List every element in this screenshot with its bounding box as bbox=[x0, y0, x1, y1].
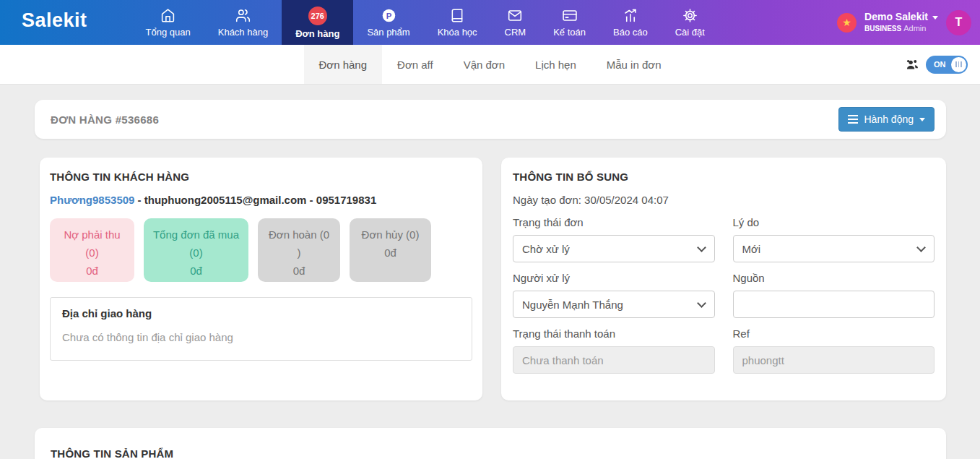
top-navbar: Salekit Tổng quan Khách hàng 276 Đơn hàn… bbox=[0, 0, 980, 45]
nav-item-label: Sản phẩm bbox=[367, 27, 409, 38]
additional-info-card: THÔNG TIN BỔ SUNG Ngày tạo đơn: 30/05/20… bbox=[501, 158, 946, 400]
order-subnav: Đơn hàng Đơn aff Vận đơn Lịch hẹn Mẫu in… bbox=[0, 45, 980, 85]
order-header-card: ĐƠN HÀNG #536686 Hành động bbox=[35, 100, 946, 139]
app-logo[interactable]: Salekit bbox=[0, 0, 95, 45]
source-input[interactable] bbox=[733, 291, 935, 318]
customer-phone: 0951719831 bbox=[316, 194, 376, 206]
account-plan: BUSINESS bbox=[864, 25, 901, 33]
team-icon[interactable] bbox=[905, 58, 920, 72]
stat-returned-orders: Đơn hoàn (0 ) 0đ bbox=[258, 218, 340, 282]
additional-info-title: THÔNG TIN BỔ SUNG bbox=[513, 171, 935, 183]
nav-item-label: Khóa học bbox=[438, 27, 477, 38]
avatar[interactable]: T bbox=[946, 10, 971, 35]
field-label: Trạng thái đơn bbox=[513, 216, 715, 228]
stat-line: 0đ bbox=[264, 262, 334, 280]
toggle-state-label: ON bbox=[934, 60, 946, 69]
order-status-select-wrap: Chờ xử lý bbox=[513, 235, 715, 262]
customer-email: thuphuong2005115@gmail.com bbox=[144, 194, 307, 206]
nav-item-tong-quan[interactable]: Tổng quan bbox=[132, 0, 204, 45]
main-nav: Tổng quan Khách hàng 276 Đơn hàng P Sản … bbox=[132, 0, 719, 45]
chevron-down-icon bbox=[919, 118, 925, 121]
vietnam-flag-icon[interactable]: ★ bbox=[837, 13, 857, 33]
nav-item-label: Kế toán bbox=[553, 27, 586, 38]
nav-item-bao-cao[interactable]: Báo cáo bbox=[599, 0, 662, 45]
svg-text:P: P bbox=[386, 12, 391, 20]
nav-item-label: Khách hàng bbox=[218, 27, 268, 38]
nav-item-label: CRM bbox=[505, 27, 526, 38]
book-icon bbox=[450, 8, 464, 24]
tab-don-aff[interactable]: Đơn aff bbox=[382, 45, 448, 84]
product-info-card: THÔNG TIN SẢN PHẨM bbox=[35, 428, 946, 459]
stat-line: Đơn hủy (0) bbox=[355, 226, 425, 244]
on-off-toggle[interactable]: ON bbox=[926, 56, 968, 74]
actions-button-label: Hành động bbox=[864, 113, 914, 125]
nav-item-crm[interactable]: CRM bbox=[491, 0, 540, 45]
reason-select-wrap: Mới bbox=[733, 235, 935, 262]
account-role: Admin bbox=[903, 24, 926, 33]
account-menu[interactable]: Demo Salekit BUSINESSAdmin bbox=[864, 11, 938, 33]
customer-stats-row: Nợ phải thu (0) 0đ Tổng đơn đã mua (0) 0… bbox=[50, 218, 472, 282]
nav-item-label: Báo cáo bbox=[613, 27, 648, 38]
home-icon bbox=[160, 8, 175, 24]
stat-line: (0) bbox=[56, 244, 129, 262]
tab-van-don[interactable]: Vận đơn bbox=[448, 45, 520, 84]
stat-line: ) bbox=[264, 244, 334, 262]
separator: - bbox=[306, 194, 316, 206]
salekit-order-page: Salekit Tổng quan Khách hàng 276 Đơn hàn… bbox=[0, 0, 980, 459]
stat-line: Đơn hoàn (0 bbox=[264, 226, 334, 244]
navbar-right: ★ Demo Salekit BUSINESSAdmin T bbox=[837, 0, 980, 45]
nav-item-label: Tổng quan bbox=[146, 27, 191, 38]
nav-item-cai-dat[interactable]: Cài đặt bbox=[662, 0, 719, 45]
field-label: Lý do bbox=[733, 216, 935, 228]
shipping-address-empty-text: Chưa có thông tin địa chỉ giao hàng bbox=[62, 331, 460, 343]
avatar-letter: T bbox=[955, 16, 963, 29]
order-count-badge: 276 bbox=[308, 7, 327, 25]
actions-dropdown-button[interactable]: Hành động bbox=[838, 107, 935, 132]
tab-don-hang[interactable]: Đơn hàng bbox=[304, 45, 383, 84]
field-ref: Ref bbox=[733, 320, 935, 374]
shipping-address-box: Địa chỉ giao hàng Chưa có thông tin địa … bbox=[50, 297, 472, 361]
field-source: Nguồn bbox=[733, 265, 935, 318]
nav-item-label: Cài đặt bbox=[675, 27, 705, 38]
field-reason: Lý do Mới bbox=[733, 209, 935, 262]
order-status-select[interactable]: Chờ xử lý bbox=[513, 235, 715, 262]
nav-item-don-hang[interactable]: 276 Đơn hàng bbox=[282, 0, 353, 45]
account-name: Demo Salekit bbox=[864, 11, 928, 24]
field-label: Nguồn bbox=[733, 272, 935, 284]
nav-item-khach-hang[interactable]: Khách hàng bbox=[204, 0, 282, 45]
product-p-icon: P bbox=[381, 8, 396, 24]
stat-line: 0đ bbox=[56, 262, 129, 280]
product-info-title: THÔNG TIN SẢN PHẨM bbox=[51, 447, 930, 459]
stat-line: Nợ phải thu bbox=[56, 226, 129, 244]
tab-mau-in-don[interactable]: Mẫu in đơn bbox=[591, 45, 677, 84]
stat-receivable-debt: Nợ phải thu (0) 0đ bbox=[50, 218, 134, 282]
customer-contact-line: Phương9853509 - thuphuong2005115@gmail.c… bbox=[50, 194, 472, 206]
stat-total-orders: Tổng đơn đã mua (0) 0đ bbox=[144, 218, 248, 282]
handler-select-wrap: Nguyễn Mạnh Thắng bbox=[513, 291, 715, 318]
page-title: ĐƠN HÀNG #536686 bbox=[51, 113, 159, 126]
toggle-knob[interactable] bbox=[951, 57, 966, 72]
stat-line: (0) bbox=[149, 244, 243, 262]
chart-icon bbox=[623, 8, 638, 24]
handler-select[interactable]: Nguyễn Mạnh Thắng bbox=[513, 291, 715, 318]
chevron-down-icon bbox=[932, 16, 938, 20]
page-content: ĐƠN HÀNG #536686 Hành động THÔNG TIN KHÁ… bbox=[0, 85, 980, 459]
payment-status-input bbox=[513, 346, 715, 374]
credit-card-icon bbox=[562, 8, 578, 24]
stat-line: 0đ bbox=[149, 262, 243, 280]
nav-item-khoa-hoc[interactable]: Khóa học bbox=[424, 0, 491, 45]
field-order-status: Trạng thái đơn Chờ xử lý bbox=[513, 209, 715, 262]
subnav-controls: ON bbox=[905, 45, 968, 84]
users-icon bbox=[235, 8, 251, 24]
customer-name-link[interactable]: Phương9853509 bbox=[50, 194, 134, 206]
mail-icon bbox=[507, 8, 523, 24]
field-label: Ref bbox=[733, 327, 935, 340]
nav-item-san-pham[interactable]: P Sản phẩm bbox=[353, 0, 423, 45]
stat-canceled-orders: Đơn hủy (0) 0đ bbox=[350, 218, 431, 282]
nav-item-ke-toan[interactable]: Kế toán bbox=[539, 0, 599, 45]
reason-select[interactable]: Mới bbox=[733, 235, 935, 262]
gear-icon bbox=[682, 8, 698, 24]
tab-lich-hen[interactable]: Lịch hẹn bbox=[520, 45, 591, 84]
stat-line: Tổng đơn đã mua bbox=[149, 226, 243, 244]
order-info-form: Trạng thái đơn Chờ xử lý Lý do Mới bbox=[513, 209, 935, 376]
